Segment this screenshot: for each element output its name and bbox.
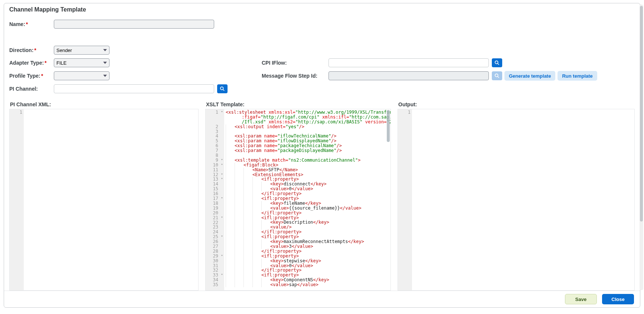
dialog-title: Channel Mapping Template bbox=[4, 3, 640, 18]
cpi-iflow-input[interactable] bbox=[328, 58, 489, 67]
output-body[interactable] bbox=[412, 109, 634, 290]
svg-line-1 bbox=[498, 64, 499, 65]
msg-step-id-input[interactable] bbox=[328, 71, 489, 80]
search-icon bbox=[494, 60, 500, 65]
pi-channel-xml-editor[interactable]: 1 bbox=[9, 109, 199, 291]
profile-type-label: Profile Type:* bbox=[9, 73, 54, 79]
output-editor[interactable]: 1 bbox=[398, 109, 635, 291]
output-gutter: 1 bbox=[398, 109, 412, 290]
editors-row: PI Channel XML: 1 XSLT Template: 1234567… bbox=[4, 100, 640, 291]
name-input[interactable] bbox=[54, 20, 214, 29]
direction-select[interactable]: Sender bbox=[54, 46, 109, 55]
xslt-scrollbar[interactable] bbox=[387, 110, 390, 142]
msg-step-id-label: Message Flow Step Id: bbox=[262, 73, 328, 79]
xslt-body[interactable]: <xsl:stylesheet xmlns:xsl="http://www.w3… bbox=[224, 109, 390, 290]
xslt-template-label: XSLT Template: bbox=[206, 101, 391, 107]
generate-template-button[interactable]: Generate template bbox=[504, 71, 555, 81]
xslt-fold-gutter: ▾▾▾▾▾▾▾▾▾▾ bbox=[220, 109, 224, 290]
output-col: Output: 1 bbox=[398, 100, 635, 291]
svg-line-5 bbox=[223, 90, 225, 91]
direction-label: Direction:* bbox=[9, 47, 54, 53]
form-area: Name:* Direction:* Sender Adapter Type:* bbox=[4, 18, 640, 100]
cpi-iflow-label: CPI IFlow: bbox=[262, 60, 328, 66]
svg-point-0 bbox=[495, 61, 498, 64]
save-button[interactable]: Save bbox=[565, 294, 597, 304]
svg-point-4 bbox=[220, 87, 223, 90]
xslt-gutter: 1234567891011121314151617181920212223242… bbox=[206, 109, 220, 290]
search-icon bbox=[494, 73, 500, 78]
name-label: Name:* bbox=[9, 21, 54, 27]
output-label: Output: bbox=[398, 101, 635, 107]
cpi-iflow-search-button[interactable] bbox=[492, 58, 502, 67]
svg-point-2 bbox=[495, 74, 498, 77]
page-scrollbar[interactable] bbox=[640, 4, 643, 290]
search-icon bbox=[220, 86, 225, 91]
close-button[interactable]: Close bbox=[602, 294, 634, 304]
pi-channel-xml-label: PI Channel XML: bbox=[10, 101, 199, 107]
pi-channel-search-button[interactable] bbox=[217, 84, 228, 93]
adapter-type-select[interactable]: FILE bbox=[54, 58, 109, 67]
pi-channel-label: PI Channel: bbox=[9, 86, 54, 92]
xslt-template-col: XSLT Template: 1234567891011121314151617… bbox=[205, 100, 391, 291]
pi-channel-xml-col: PI Channel XML: 1 bbox=[9, 100, 199, 291]
xslt-template-editor[interactable]: 1234567891011121314151617181920212223242… bbox=[205, 109, 391, 291]
channel-mapping-dialog: Channel Mapping Template Name:* Directio… bbox=[4, 3, 640, 308]
pi-xml-body[interactable] bbox=[24, 109, 198, 290]
msg-step-id-search-button[interactable] bbox=[492, 71, 502, 80]
run-template-button[interactable]: Run template bbox=[558, 71, 597, 81]
dialog-footer: Save Close bbox=[4, 291, 640, 307]
svg-line-3 bbox=[498, 77, 499, 78]
profile-type-select[interactable] bbox=[54, 71, 109, 80]
pi-xml-gutter: 1 bbox=[10, 109, 24, 290]
adapter-type-label: Adapter Type:* bbox=[9, 60, 54, 66]
page-scrollbar-thumb[interactable] bbox=[640, 6, 643, 221]
pi-channel-input[interactable] bbox=[54, 84, 214, 93]
